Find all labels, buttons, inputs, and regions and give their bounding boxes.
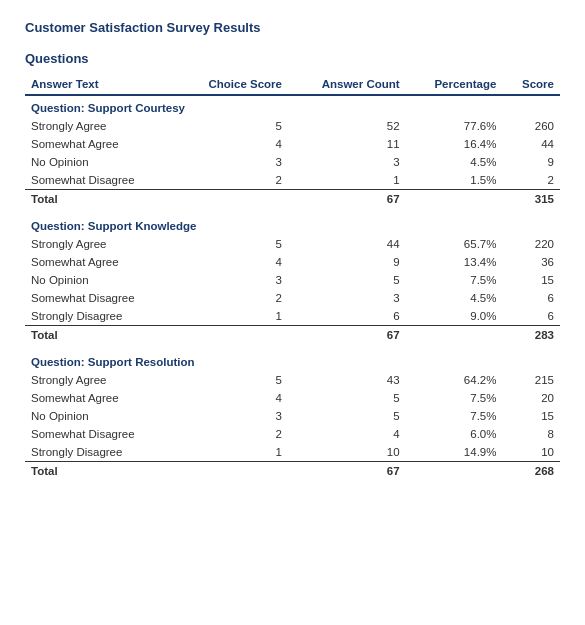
score: 260 [502, 117, 560, 135]
table-row: Strongly Agree 5 43 64.2% 215 [25, 371, 560, 389]
total-answer-count: 67 [288, 462, 406, 481]
score: 44 [502, 135, 560, 153]
question-header: Question: Support Courtesy [25, 95, 560, 117]
table-row: Strongly Disagree 1 6 9.0% 6 [25, 307, 560, 326]
percentage: 7.5% [406, 271, 503, 289]
table-row: Somewhat Agree 4 9 13.4% 36 [25, 253, 560, 271]
choice-score: 4 [176, 389, 288, 407]
score: 15 [502, 407, 560, 425]
choice-score: 2 [176, 425, 288, 443]
score: 215 [502, 371, 560, 389]
answer-text: Somewhat Agree [25, 253, 176, 271]
percentage: 77.6% [406, 117, 503, 135]
choice-score: 1 [176, 307, 288, 326]
choice-score: 3 [176, 271, 288, 289]
table-row: Somewhat Agree 4 5 7.5% 20 [25, 389, 560, 407]
question-header: Question: Support Knowledge [25, 214, 560, 235]
total-choice-score [176, 326, 288, 345]
answer-count: 9 [288, 253, 406, 271]
answer-count: 5 [288, 407, 406, 425]
table-row: Somewhat Disagree 2 4 6.0% 8 [25, 425, 560, 443]
choice-score: 5 [176, 235, 288, 253]
total-percentage [406, 326, 503, 345]
page-title: Customer Satisfaction Survey Results [25, 20, 560, 35]
score: 2 [502, 171, 560, 190]
answer-text: Strongly Disagree [25, 307, 176, 326]
table-row: No Opinion 3 5 7.5% 15 [25, 407, 560, 425]
total-label: Total [25, 190, 176, 209]
percentage: 7.5% [406, 389, 503, 407]
table-row: Somewhat Disagree 2 3 4.5% 6 [25, 289, 560, 307]
answer-text: Strongly Agree [25, 117, 176, 135]
answer-count: 10 [288, 443, 406, 462]
answer-text: Somewhat Agree [25, 135, 176, 153]
table-row: Strongly Agree 5 44 65.7% 220 [25, 235, 560, 253]
percentage: 4.5% [406, 153, 503, 171]
answer-text: Strongly Agree [25, 371, 176, 389]
percentage: 65.7% [406, 235, 503, 253]
score: 20 [502, 389, 560, 407]
col-choice-score: Choice Score [176, 74, 288, 95]
answer-text: Somewhat Disagree [25, 171, 176, 190]
answer-text: Somewhat Disagree [25, 425, 176, 443]
percentage: 9.0% [406, 307, 503, 326]
table-row: No Opinion 3 3 4.5% 9 [25, 153, 560, 171]
total-row: Total 67 283 [25, 326, 560, 345]
percentage: 13.4% [406, 253, 503, 271]
total-row: Total 67 268 [25, 462, 560, 481]
answer-text: Somewhat Disagree [25, 289, 176, 307]
total-answer-count: 67 [288, 190, 406, 209]
table-row: Somewhat Disagree 2 1 1.5% 2 [25, 171, 560, 190]
table-row: Somewhat Agree 4 11 16.4% 44 [25, 135, 560, 153]
percentage: 16.4% [406, 135, 503, 153]
percentage: 14.9% [406, 443, 503, 462]
total-label: Total [25, 462, 176, 481]
answer-text: No Opinion [25, 271, 176, 289]
choice-score: 2 [176, 171, 288, 190]
percentage: 1.5% [406, 171, 503, 190]
choice-score: 3 [176, 153, 288, 171]
score: 8 [502, 425, 560, 443]
score: 15 [502, 271, 560, 289]
percentage: 4.5% [406, 289, 503, 307]
answer-text: No Opinion [25, 407, 176, 425]
choice-score: 2 [176, 289, 288, 307]
table-row: Strongly Disagree 1 10 14.9% 10 [25, 443, 560, 462]
answer-text: Somewhat Agree [25, 389, 176, 407]
answer-text: No Opinion [25, 153, 176, 171]
total-score: 268 [502, 462, 560, 481]
col-answer-text: Answer Text [25, 74, 176, 95]
answer-count: 44 [288, 235, 406, 253]
answer-count: 3 [288, 153, 406, 171]
section-title: Questions [25, 51, 560, 66]
answer-text: Strongly Disagree [25, 443, 176, 462]
col-percentage: Percentage [406, 74, 503, 95]
answer-count: 4 [288, 425, 406, 443]
col-score: Score [502, 74, 560, 95]
total-score: 283 [502, 326, 560, 345]
choice-score: 5 [176, 371, 288, 389]
answer-count: 1 [288, 171, 406, 190]
percentage: 64.2% [406, 371, 503, 389]
question-label: Question: Support Knowledge [25, 214, 560, 235]
score: 9 [502, 153, 560, 171]
choice-score: 1 [176, 443, 288, 462]
percentage: 6.0% [406, 425, 503, 443]
score: 6 [502, 307, 560, 326]
answer-count: 5 [288, 389, 406, 407]
total-answer-count: 67 [288, 326, 406, 345]
score: 36 [502, 253, 560, 271]
table-row: Strongly Agree 5 52 77.6% 260 [25, 117, 560, 135]
answer-count: 5 [288, 271, 406, 289]
answer-text: Strongly Agree [25, 235, 176, 253]
question-header: Question: Support Resolution [25, 350, 560, 371]
total-percentage [406, 462, 503, 481]
table-row: No Opinion 3 5 7.5% 15 [25, 271, 560, 289]
total-row: Total 67 315 [25, 190, 560, 209]
survey-table: Answer Text Choice Score Answer Count Pe… [25, 74, 560, 480]
score: 10 [502, 443, 560, 462]
total-choice-score [176, 462, 288, 481]
answer-count: 52 [288, 117, 406, 135]
answer-count: 6 [288, 307, 406, 326]
question-label: Question: Support Resolution [25, 350, 560, 371]
